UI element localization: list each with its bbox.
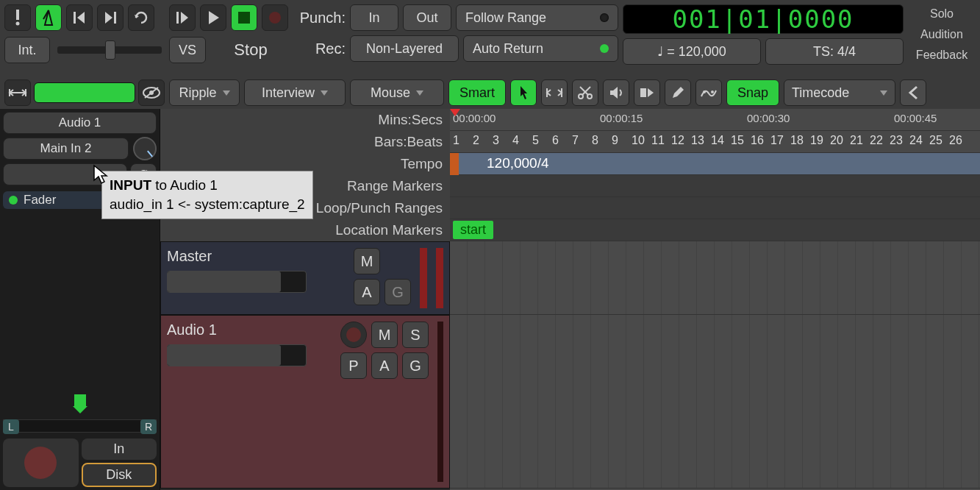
ruler-label-location: Location Markers — [160, 219, 443, 241]
metronome-button[interactable] — [35, 4, 62, 31]
play-button[interactable] — [200, 4, 226, 31]
input-select-button[interactable]: Main In 2 — [3, 138, 129, 160]
master-automation-button[interactable]: A — [354, 279, 380, 305]
master-mute-button[interactable]: M — [354, 248, 380, 274]
content-tool-button[interactable] — [695, 79, 722, 106]
audio1-fader[interactable] — [167, 344, 307, 366]
ruler-label-minsec: Mins:Secs — [160, 109, 443, 131]
stretch-tool-button[interactable] — [634, 79, 660, 106]
bar-number: 11 — [651, 134, 669, 147]
zoom-full-button[interactable] — [4, 79, 31, 106]
pan-knob-area[interactable] — [3, 394, 157, 413]
midi-panic-button[interactable] — [4, 4, 31, 31]
pan-right-label: R — [140, 419, 157, 434]
bar-number: 25 — [929, 134, 947, 147]
pan-slider[interactable]: L R — [3, 419, 157, 433]
tempo-ruler[interactable]: 120,000/4 — [450, 153, 980, 175]
fader-active-indicator — [9, 196, 18, 205]
session-type-select[interactable]: Interview — [244, 79, 346, 106]
range-markers-ruler[interactable] — [450, 175, 980, 197]
mouse-mode-select[interactable]: Mouse — [350, 79, 444, 106]
tempo-marker-icon[interactable] — [450, 153, 459, 175]
audition-indicator[interactable]: Audition — [908, 25, 976, 44]
time-tick: 00:00:15 — [600, 112, 643, 124]
audio1-record-arm-button[interactable] — [340, 322, 367, 348]
track-lane-master[interactable] — [450, 241, 980, 315]
audition-tool-button[interactable] — [603, 79, 629, 106]
snap-button[interactable]: Snap — [726, 79, 779, 106]
shuttle-slider[interactable] — [57, 46, 162, 54]
master-group-button[interactable]: G — [385, 279, 411, 305]
goto-start-button[interactable] — [66, 4, 93, 31]
nudge-back-button[interactable] — [900, 79, 926, 106]
svg-point-17 — [703, 90, 706, 93]
cut-tool-button[interactable] — [572, 79, 598, 106]
track-name-master[interactable]: Master — [167, 248, 348, 265]
bar-number: 7 — [572, 134, 590, 147]
input-tooltip: INPUT to Audio 1 audio_in 1 <- system:ca… — [101, 171, 313, 219]
zoom-overview[interactable] — [34, 82, 135, 103]
sync-source-button[interactable]: Int. — [4, 37, 50, 63]
monitor-in-button[interactable]: In — [82, 438, 157, 460]
audio1-automation-button[interactable]: A — [371, 352, 398, 379]
time-ruler[interactable]: 00:00:0000:00:1500:00:3000:00:45 — [450, 109, 980, 131]
bar-number: 18 — [790, 134, 808, 147]
svg-rect-0 — [16, 10, 19, 20]
playhead-marker[interactable] — [450, 109, 460, 116]
record-circle-icon — [24, 447, 57, 479]
track-lane-audio1[interactable] — [450, 315, 980, 489]
audio1-solo-button[interactable]: S — [402, 322, 429, 348]
punch-in-button[interactable]: In — [350, 4, 398, 31]
bar-number: 19 — [810, 134, 828, 147]
smart-mode-button[interactable]: Smart — [448, 79, 506, 106]
bar-number: 20 — [830, 134, 848, 147]
feedback-indicator[interactable]: Feedback — [908, 46, 976, 65]
monitor-disk-button[interactable]: Disk — [82, 463, 157, 487]
draw-tool-button[interactable] — [665, 79, 691, 106]
record-button[interactable] — [262, 4, 288, 31]
master-fader[interactable] — [167, 271, 307, 293]
play-range-button[interactable] — [169, 4, 196, 31]
track-name-button[interactable]: Audio 1 — [3, 112, 157, 134]
bar-number: 2 — [473, 134, 490, 147]
stop-button[interactable] — [231, 4, 257, 31]
solo-indicator[interactable]: Solo — [908, 4, 976, 24]
loop-punch-ruler[interactable] — [450, 197, 980, 219]
location-markers-ruler[interactable]: start — [450, 219, 980, 241]
follow-range-button[interactable]: Follow Range — [456, 4, 618, 31]
audio1-playlist-button[interactable]: P — [340, 352, 367, 379]
range-tool-button[interactable] — [541, 79, 568, 106]
start-location-marker[interactable]: start — [453, 221, 493, 239]
auto-return-button[interactable]: Auto Return — [463, 35, 618, 62]
bar-number: 8 — [592, 134, 609, 147]
rec-mode-button[interactable]: Non-Layered — [350, 35, 459, 62]
punch-out-button[interactable]: Out — [403, 4, 451, 31]
record-enable-big-button[interactable] — [3, 438, 79, 487]
trim-knob[interactable] — [133, 137, 157, 160]
track-name-audio1[interactable]: Audio 1 — [167, 322, 335, 338]
bar-number: 1 — [453, 134, 471, 147]
fader-processor[interactable]: Fader — [3, 191, 112, 209]
visibility-toggle-button[interactable] — [138, 79, 165, 106]
goto-end-button[interactable] — [97, 4, 124, 31]
master-meter — [420, 248, 427, 308]
loop-button[interactable] — [128, 4, 154, 31]
fader-label: Fader — [24, 193, 56, 207]
bar-number: 15 — [731, 134, 748, 147]
bar-number: 26 — [949, 134, 967, 147]
track-header-master[interactable]: Master M A G — [160, 241, 450, 315]
position-display[interactable]: 001|01|0000 — [623, 4, 904, 34]
timesig-button[interactable]: TS: 4/4 — [765, 38, 904, 65]
bars-ruler[interactable]: 1234567891011121314151617181920212223242… — [450, 131, 980, 153]
time-tick: 00:00:30 — [747, 112, 790, 124]
tempo-button[interactable]: ♩ = 120,000 — [623, 38, 761, 65]
varispeed-button[interactable]: VS — [169, 37, 206, 63]
pointer-tool-button[interactable] — [510, 79, 537, 106]
audio1-group-button[interactable]: G — [402, 352, 429, 379]
transport-state-label: Stop — [210, 40, 291, 60]
track-header-audio1[interactable]: Audio 1 M S P A G — [160, 315, 450, 489]
audio1-mute-button[interactable]: M — [371, 322, 398, 348]
grid-units-select[interactable]: Timecode — [784, 79, 895, 106]
edit-mode-select[interactable]: Ripple — [169, 79, 240, 106]
svg-rect-3 — [74, 12, 76, 24]
